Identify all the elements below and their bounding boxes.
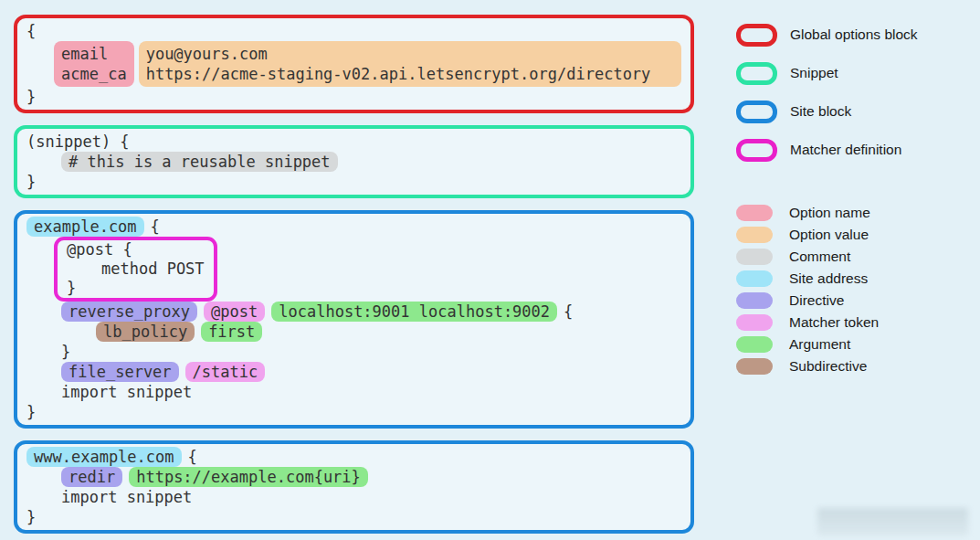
legend-label: Comment [789, 249, 850, 265]
legend-label: Option name [789, 205, 870, 221]
global-options-swatch-icon [736, 24, 777, 47]
site-address-swatch-icon [736, 270, 773, 287]
option-name-pill: email acme_ca [54, 41, 134, 87]
option-value-pill: you@yours.com https://acme-staging-v02.a… [139, 41, 681, 87]
site-address-line: www.example.com { [26, 447, 681, 467]
matcher-token-pill: @post [204, 302, 265, 322]
snippet-block: (snippet) { # this is a reusable snippet… [14, 125, 694, 198]
directive-pill: redir [61, 467, 122, 487]
matcher-token-swatch-icon [736, 314, 773, 331]
legend: Global options block Snippet Site block … [736, 24, 918, 380]
global-options-block: { email acme_ca you@yours.com https://ac… [14, 15, 694, 113]
open-brace: { [151, 217, 160, 237]
comment-pill: # this is a reusable snippet [61, 152, 338, 172]
watermark [817, 508, 968, 535]
legend-label: Site block [790, 103, 851, 120]
option-name: acme_ca [61, 64, 127, 84]
site-address-pill: www.example.com [26, 447, 182, 467]
matcher-definition-swatch-icon [736, 139, 777, 162]
legend-label: Site address [789, 270, 868, 287]
close-brace: } [26, 172, 681, 192]
legend-item-snippet: Snippet [736, 62, 918, 84]
snippet-swatch-icon [736, 62, 777, 85]
code-line: # this is a reusable snippet [61, 152, 681, 172]
subdirective-pill: lb_policy [96, 322, 195, 342]
file-server-line: file_server /static [61, 362, 681, 382]
option-value: you@yours.com [146, 44, 674, 64]
option-value: https://acme-staging-v02.api.letsencrypt… [146, 64, 674, 84]
legend-token-group: Option name Option value Comment Site ad… [736, 205, 918, 375]
redir-line: redir https://example.com{uri} [61, 467, 681, 487]
site-address-line: example.com { [26, 217, 681, 237]
legend-item-option-value: Option value [736, 227, 918, 243]
legend-label: Option value [789, 227, 869, 243]
legend-label: Subdirective [789, 358, 867, 375]
site-block-www: www.example.com { redir https://example.… [14, 440, 694, 534]
directive-pill: reverse_proxy [61, 302, 197, 322]
snippet-header: (snippet) { [26, 132, 681, 152]
legend-item-site-address: Site address [736, 270, 918, 287]
open-brace: { [564, 302, 573, 322]
legend-label: Matcher definition [790, 142, 901, 158]
lb-policy-line: lb_policy first [96, 322, 681, 342]
matcher-body: method POST [101, 259, 205, 279]
site-block-swatch-icon [736, 101, 777, 123]
directive-pill: file_server [61, 362, 179, 382]
option-value-swatch-icon [736, 227, 773, 243]
close-brace: } [67, 279, 205, 298]
import-line: import snippet [61, 382, 681, 402]
legend-item-matcher-token: Matcher token [736, 314, 918, 331]
import-line: import snippet [61, 487, 681, 507]
directive-swatch-icon [736, 292, 773, 309]
site-block-example: example.com { @post { method POST } reve… [14, 210, 694, 429]
legend-item-matcher-definition: Matcher definition [736, 139, 918, 161]
option-name-swatch-icon [736, 205, 773, 221]
reverse-proxy-line: reverse_proxy @post localhost:9001 local… [61, 302, 681, 322]
legend-label: Argument [789, 336, 850, 353]
legend-label: Snippet [790, 65, 838, 81]
argument-pill: localhost:9001 localhost:9002 [271, 302, 557, 322]
argument-pill: first [201, 322, 262, 342]
comment-swatch-icon [736, 249, 773, 265]
legend-item-comment: Comment [736, 249, 918, 265]
legend-label: Matcher token [789, 314, 879, 331]
site-address-pill: example.com [26, 217, 144, 237]
argument-swatch-icon [736, 336, 773, 353]
open-brace: { [26, 21, 681, 41]
global-options-row: email acme_ca you@yours.com https://acme… [54, 41, 681, 87]
open-brace: { [188, 447, 197, 467]
matcher-token-pill: /static [185, 362, 266, 382]
close-brace: } [26, 402, 681, 422]
code-column: { email acme_ca you@yours.com https://ac… [14, 15, 694, 534]
matcher-definition-box: @post { method POST } [54, 237, 217, 302]
legend-label: Global options block [790, 26, 918, 43]
legend-item-option-name: Option name [736, 205, 918, 221]
legend-item-argument: Argument [736, 336, 918, 353]
close-brace: } [61, 342, 681, 362]
legend-item-global-options: Global options block [736, 24, 918, 46]
subdirective-swatch-icon [736, 358, 773, 375]
caddyfile-structure-diagram: { email acme_ca you@yours.com https://ac… [0, 0, 980, 540]
close-brace: } [26, 87, 681, 107]
argument-pill: https://example.com{uri} [129, 467, 368, 487]
legend-item-directive: Directive [736, 292, 918, 309]
legend-item-subdirective: Subdirective [736, 358, 918, 375]
matcher-header: @post { [67, 240, 205, 259]
legend-item-site-block: Site block [736, 101, 918, 122]
legend-label: Directive [789, 292, 844, 309]
close-brace: } [26, 507, 681, 527]
option-name: email [61, 44, 127, 64]
